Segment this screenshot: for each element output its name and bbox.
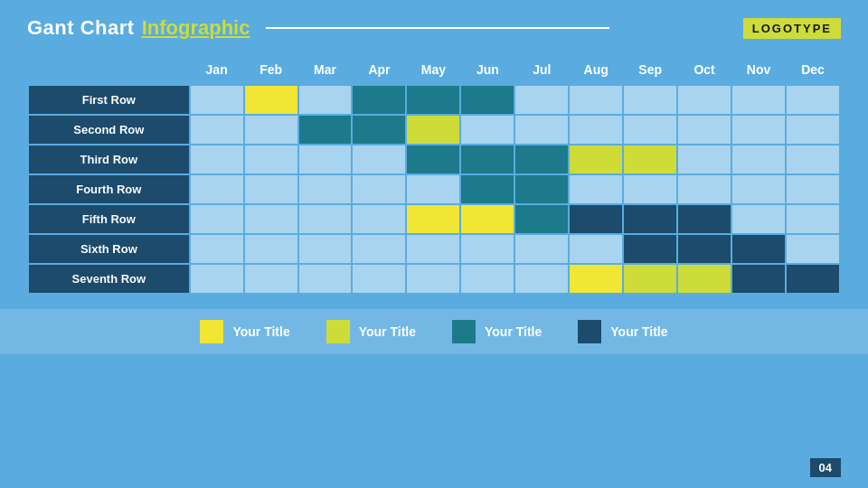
gantt-cell (514, 174, 569, 204)
gantt-cell (298, 234, 353, 264)
gantt-cell (352, 145, 406, 174)
gantt-cell (190, 264, 244, 294)
gantt-cell (786, 174, 840, 204)
gantt-cell (190, 85, 244, 115)
gantt-cell (460, 264, 514, 294)
gantt-cell (677, 115, 731, 145)
gantt-cell (460, 234, 514, 264)
gantt-cell (244, 174, 298, 204)
legend-color-box (326, 320, 350, 343)
gantt-cell (731, 145, 786, 174)
gantt-cell (569, 145, 623, 174)
row-label: First Row (28, 85, 190, 115)
gantt-cell (298, 85, 353, 115)
table-row: Third Row (28, 145, 840, 174)
header-line (266, 27, 609, 29)
month-jul: Jul (514, 54, 569, 85)
gantt-cell (623, 145, 677, 174)
gantt-cell (623, 264, 677, 294)
gantt-cell (623, 234, 677, 264)
row-label: Sixth Row (28, 234, 190, 264)
gantt-cell (244, 145, 298, 174)
gantt-cell (190, 174, 244, 204)
legend-item: Your Title (578, 320, 667, 343)
chart-area: Jan Feb Mar Apr May Jun Jul Aug Sep Oct … (0, 53, 868, 295)
footer: 04 (810, 458, 841, 477)
gantt-cell (514, 85, 569, 115)
gantt-cell (244, 115, 298, 145)
gantt-cell (569, 264, 623, 294)
gantt-cell (406, 115, 460, 145)
month-aug: Aug (569, 54, 623, 85)
legend-label: Your Title (359, 324, 416, 339)
legend-item: Your Title (200, 320, 289, 343)
gantt-cell (623, 85, 677, 115)
row-label-header (28, 54, 190, 85)
gantt-cell (569, 174, 623, 204)
month-jun: Jun (460, 54, 514, 85)
gantt-cell (786, 115, 840, 145)
gantt-cell (406, 174, 460, 204)
gantt-cell (190, 234, 244, 264)
gantt-cell (352, 174, 406, 204)
gantt-cell (244, 85, 298, 115)
gantt-cell (731, 85, 786, 115)
gantt-cell (623, 204, 677, 234)
gantt-cell (623, 115, 677, 145)
gantt-cell (786, 204, 840, 234)
gantt-cell (298, 204, 353, 234)
gantt-cell (731, 115, 786, 145)
gantt-cell (569, 115, 623, 145)
gantt-cell (514, 234, 569, 264)
legend-item: Your Title (452, 320, 542, 343)
gantt-cell (460, 204, 514, 234)
table-row: Fourth Row (28, 174, 840, 204)
gantt-cell (786, 145, 840, 174)
gantt-cell (190, 115, 244, 145)
title-area: Gant Chart Infographic (27, 16, 626, 40)
month-sep: Sep (623, 54, 677, 85)
gantt-cell (460, 85, 514, 115)
gantt-cell (786, 264, 840, 294)
gantt-cell (244, 234, 298, 264)
legend-label: Your Title (232, 324, 289, 339)
gantt-cell (731, 234, 786, 264)
gantt-cell (569, 204, 623, 234)
month-jan: Jan (190, 54, 244, 85)
legend-color-box (452, 320, 476, 343)
table-row: First Row (28, 85, 840, 115)
gantt-cell (190, 145, 244, 174)
title-highlight: Infographic (142, 16, 250, 40)
gantt-cell (677, 234, 731, 264)
header: Gant Chart Infographic LOGOTYPE (0, 0, 868, 49)
gantt-cell (623, 174, 677, 204)
row-label: Seventh Row (28, 264, 190, 294)
page-number: 04 (810, 458, 841, 477)
row-label: Fourth Row (28, 174, 190, 204)
title-main: Gant Chart (27, 16, 135, 40)
gantt-cell (514, 115, 569, 145)
month-dec: Dec (786, 54, 840, 85)
table-row: Second Row (28, 115, 840, 145)
gantt-table: Jan Feb Mar Apr May Jun Jul Aug Sep Oct … (27, 53, 841, 295)
row-label: Third Row (28, 145, 190, 174)
gantt-cell (786, 234, 840, 264)
gantt-cell (731, 174, 786, 204)
gantt-cell (677, 264, 731, 294)
gantt-cell (298, 145, 353, 174)
gantt-cell (406, 145, 460, 174)
gantt-cell (786, 85, 840, 115)
logotype-badge: LOGOTYPE (743, 18, 841, 39)
gantt-cell (406, 264, 460, 294)
gantt-cell (190, 204, 244, 234)
gantt-cell (244, 264, 298, 294)
gantt-cell (514, 204, 569, 234)
gantt-cell (460, 145, 514, 174)
gantt-cell (677, 204, 731, 234)
month-apr: Apr (352, 54, 406, 85)
legend-color-box (578, 320, 601, 343)
gantt-cell (460, 174, 514, 204)
table-row: Fifth Row (28, 204, 840, 234)
gantt-cell (731, 204, 786, 234)
month-may: May (406, 54, 460, 85)
